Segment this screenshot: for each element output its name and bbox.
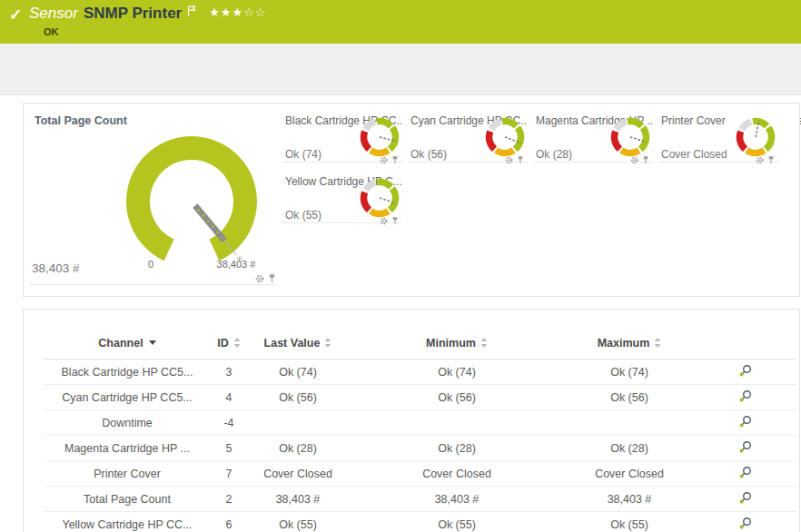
pin-icon[interactable] (391, 155, 399, 164)
channel-name[interactable]: Total Page Count (44, 487, 210, 512)
channel-minimum: Ok (55) (348, 512, 566, 532)
sort-icon (654, 338, 661, 348)
column-header-actions (693, 328, 796, 360)
channel-last-value: Cover Closed (248, 461, 348, 487)
channel-id: 6 (210, 512, 248, 532)
table-row[interactable]: Downtime -4 (44, 410, 796, 436)
gauge-scale-min: 0 (148, 259, 153, 270)
donut-gauge-chart (360, 115, 400, 159)
column-header-id[interactable]: ID (210, 328, 248, 360)
sort-desc-icon (149, 340, 156, 345)
prtg-sensor-page: ✓ Sensor SNMP Printer ★★★☆☆ OK Overview … (0, 0, 801, 532)
gear-icon[interactable] (505, 156, 513, 164)
sensor-title: SNMP Printer (84, 5, 182, 23)
flag-icon[interactable] (187, 5, 196, 16)
donut-gauge-chart (485, 115, 525, 159)
channel-name[interactable]: Black Cartridge HP CC5... (44, 360, 210, 385)
gauge-black-cartridge[interactable]: Black Cartridge HP CC... Ok (74) (282, 113, 402, 163)
sort-icon (324, 338, 331, 348)
object-kind-label: Sensor (29, 5, 78, 23)
gauges-panel: Total Page Count 0 38,403 # 38,403 # (23, 103, 800, 297)
sort-icon (233, 338, 241, 348)
channel-last-value: Ok (55) (248, 512, 348, 532)
divider (29, 284, 276, 285)
channel-maximum: Ok (56) (566, 385, 693, 410)
channel-last-value: Ok (56) (248, 385, 348, 410)
channel-name[interactable]: Yellow Cartridge HP CC... (44, 512, 210, 532)
channel-id: 7 (210, 461, 248, 487)
gauge-printer-cover[interactable]: Printer Cover Cover Closed (658, 113, 778, 163)
gear-icon[interactable] (380, 156, 388, 164)
column-header-last-value[interactable]: Last Value (248, 328, 348, 360)
channels-panel: Channel ID Last Value Minimum Maximum Bl… (23, 309, 800, 532)
stars-filled-icon: ★★★ (209, 5, 243, 19)
channel-maximum: 38,403 # (566, 487, 693, 512)
magnifier-icon[interactable] (738, 491, 752, 505)
table-row[interactable]: Magenta Cartridge HP ... 5 Ok (28) Ok (2… (44, 436, 796, 461)
channel-last-value: 38,403 # (248, 487, 348, 512)
channel-minimum: 38,403 # (348, 487, 566, 512)
channel-name[interactable]: Downtime (44, 410, 210, 436)
status-check-icon: ✓ (9, 5, 22, 25)
table-row[interactable]: Total Page Count 2 38,403 # 38,403 # 38,… (44, 487, 796, 512)
gauge-total-page-count[interactable]: Total Page Count 0 38,403 # 38,403 # (24, 103, 282, 296)
channel-id: 4 (210, 385, 248, 410)
gauge-magenta-cartridge[interactable]: Magenta Cartridge HP ... Ok (28) (533, 113, 653, 163)
channel-maximum: Ok (28) (566, 436, 693, 461)
channel-last-value (248, 410, 348, 436)
donut-gauge-chart (610, 115, 650, 159)
donut-gauge-chart (360, 176, 400, 220)
table-header-row: Channel ID Last Value Minimum Maximum (44, 328, 796, 360)
magnifier-icon[interactable] (738, 466, 752, 479)
channel-last-value: Ok (28) (248, 436, 348, 461)
channel-id: -4 (210, 410, 248, 436)
column-header-maximum[interactable]: Maximum (566, 328, 693, 360)
channel-name[interactable]: Printer Cover (44, 461, 210, 487)
pin-icon[interactable] (517, 155, 524, 164)
gauge-value: Ok (55) (285, 209, 321, 222)
channel-id: 2 (210, 487, 248, 512)
channel-maximum: Ok (74) (566, 360, 693, 385)
channel-name[interactable]: Cyan Cartridge HP CC5... (44, 385, 210, 410)
pin-icon[interactable] (642, 155, 649, 164)
status-badge: OK (44, 26, 59, 37)
channel-last-value: Ok (74) (248, 360, 348, 385)
gauge-cyan-cartridge[interactable]: Cyan Cartridge HP CC... Ok (56) (408, 113, 528, 163)
channel-minimum: Ok (56) (348, 385, 566, 410)
gear-icon[interactable] (380, 217, 388, 225)
channel-minimum: Ok (74) (348, 360, 566, 385)
magnifier-icon[interactable] (738, 389, 752, 403)
table-row[interactable]: Yellow Cartridge HP CC... 6 Ok (55) Ok (… (44, 512, 796, 532)
gear-icon[interactable] (255, 274, 264, 283)
table-row[interactable]: Cyan Cartridge HP CC5... 4 Ok (56) Ok (5… (44, 385, 796, 410)
channel-id: 3 (210, 360, 248, 385)
sensor-header: ✓ Sensor SNMP Printer ★★★☆☆ OK (0, 0, 801, 44)
channel-minimum: Cover Closed (348, 461, 566, 487)
channel-id: 5 (210, 436, 248, 461)
magnifier-icon[interactable] (738, 415, 752, 429)
channel-name[interactable]: Magenta Cartridge HP ... (44, 436, 210, 461)
pin-icon[interactable] (767, 155, 775, 164)
sort-icon (480, 338, 488, 348)
table-row[interactable]: Black Cartridge HP CC5... 3 Ok (74) Ok (… (44, 360, 796, 385)
pin-icon[interactable] (268, 273, 276, 283)
tab-bar: Overview Live Data 2days 30days 365days … (0, 44, 801, 95)
gear-icon[interactable] (630, 156, 638, 164)
gauge-scale-max: 38,403 # (217, 259, 257, 270)
table-row[interactable]: Printer Cover 7 Cover Closed Cover Close… (44, 461, 796, 487)
channel-minimum: Ok (28) (348, 436, 566, 461)
gauge-value: 38,403 # (32, 261, 80, 275)
magnifier-icon[interactable] (738, 440, 752, 454)
column-header-minimum[interactable]: Minimum (348, 328, 566, 360)
channel-minimum (348, 410, 566, 436)
channel-maximum (566, 410, 693, 436)
gauge-value: Ok (28) (536, 148, 572, 161)
pin-icon[interactable] (391, 216, 399, 225)
gauge-value: Ok (56) (410, 148, 447, 161)
column-header-channel[interactable]: Channel (44, 328, 210, 360)
gauge-yellow-cartridge[interactable]: Yellow Cartridge HP C... Ok (55) (282, 173, 402, 223)
magnifier-icon[interactable] (738, 364, 752, 378)
priority-stars[interactable]: ★★★☆☆ (209, 5, 266, 19)
gear-icon[interactable] (756, 156, 764, 164)
magnifier-icon[interactable] (738, 517, 752, 530)
